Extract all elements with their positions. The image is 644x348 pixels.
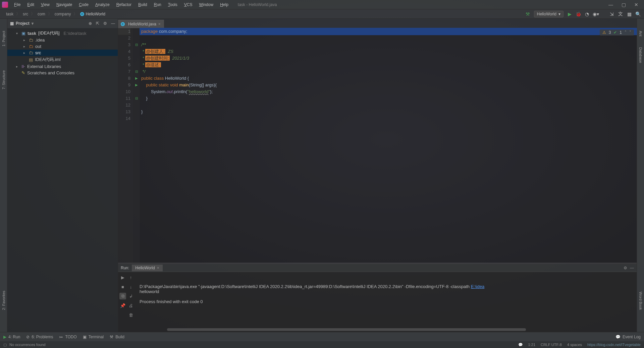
code-line-4[interactable]: * @创建人: ZS xyxy=(140,48,637,55)
tab-problems[interactable]: ⊘6: Problems xyxy=(26,335,53,339)
menu-analyze[interactable]: Analyze xyxy=(93,1,112,8)
coverage-icon[interactable]: ◔ xyxy=(584,11,590,17)
tab-eventlog[interactable]: 💬Event Log xyxy=(615,335,641,339)
horizontal-scrollbar[interactable] xyxy=(167,328,526,331)
chevron-up-icon[interactable]: ˄ xyxy=(625,30,627,35)
menu-refactor[interactable]: Refactor xyxy=(114,1,134,8)
code-line-1[interactable]: package com.company; xyxy=(140,28,637,35)
crumb-com[interactable]: com xyxy=(35,11,48,17)
code-line-13[interactable]: } xyxy=(140,109,637,115)
code-line-14[interactable] xyxy=(140,115,637,122)
debug-icon[interactable]: 🐞 xyxy=(576,11,581,17)
crumb-task[interactable]: task xyxy=(3,11,16,17)
menu-code[interactable]: Code xyxy=(76,1,91,8)
menu-vcs[interactable]: VCS xyxy=(181,1,195,8)
code-line-9[interactable]: public static void main(String[] args){ xyxy=(140,82,637,88)
tab-run[interactable]: ▶4: Run xyxy=(3,335,20,339)
tree-item-out[interactable]: ▸🗀 out xyxy=(7,43,118,50)
cursor-pos[interactable]: 1:21 xyxy=(528,343,535,347)
tab-project[interactable]: 1: Project xyxy=(1,29,6,48)
tree-item--idea[interactable]: ▸🗀 .idea xyxy=(7,37,118,43)
search-icon[interactable]: 🔍 xyxy=(635,11,641,17)
menu-window[interactable]: Window xyxy=(196,1,216,8)
menu-build[interactable]: Build xyxy=(136,1,150,8)
status-icon[interactable]: ▢ xyxy=(3,343,7,347)
tab-database[interactable]: Database xyxy=(638,45,643,65)
tab-helloworld[interactable]: C HelloWorld.java × xyxy=(118,20,164,28)
tree-root[interactable]: ▾▣ task [IDEA代码]E:\idea\task xyxy=(7,29,118,37)
profiler-icon[interactable]: ◉▾ xyxy=(593,11,598,17)
tab-favorites[interactable]: 2: Favorites xyxy=(1,289,6,312)
code-line-10[interactable]: System.out.println("helloworld"); xyxy=(140,88,637,95)
code-line-7[interactable]: */ xyxy=(140,68,637,75)
up-icon[interactable]: ↑ xyxy=(127,274,134,281)
run-icon[interactable]: ▶ xyxy=(567,11,572,17)
menu-view[interactable]: View xyxy=(38,1,52,8)
tree-scratches[interactable]: ✎ Scratches and Consoles xyxy=(7,70,118,76)
pin-icon[interactable]: 📌 xyxy=(119,302,126,309)
code-line-11[interactable]: } xyxy=(140,95,637,102)
code-line-6[interactable]: * @描述: xyxy=(140,62,637,68)
chat-icon[interactable]: 💬 xyxy=(518,343,523,347)
collapse-icon[interactable]: ⇱ xyxy=(96,21,99,26)
console-output[interactable]: D:\Package\Java\bin\java.exe "-javaagent… xyxy=(137,272,637,332)
crumb-company[interactable]: company xyxy=(52,11,74,17)
settings-icon[interactable]: ⚙ xyxy=(103,21,107,26)
crumb-src[interactable]: src xyxy=(20,11,31,17)
close-tab-icon[interactable]: × xyxy=(158,22,161,26)
tab-structure[interactable]: 7: Structure xyxy=(1,68,6,91)
inspection-summary[interactable]: ⚠ 3 ✔ 1 ˄ ˅ xyxy=(600,29,634,36)
code-line-8[interactable]: public class HelloWorld { xyxy=(140,75,637,82)
stop-icon[interactable]: ■ xyxy=(119,283,126,290)
close-icon[interactable]: ✕ xyxy=(634,2,639,7)
tree-external-libraries[interactable]: ▸⊪ External Libraries xyxy=(7,63,118,70)
crumb-helloworld[interactable]: CHelloWorld xyxy=(77,11,108,17)
hammer-icon[interactable]: ⚒ xyxy=(525,11,531,17)
tree-item-src[interactable]: ▸🗀 src xyxy=(7,50,118,56)
window-title: task - HelloWorld.java xyxy=(238,2,277,7)
console-line xyxy=(140,294,634,299)
run-config-dropdown[interactable]: HelloWorld ▾ xyxy=(534,11,564,17)
tab-build[interactable]: ⚒Build xyxy=(110,335,124,339)
tab-ant[interactable]: Ant xyxy=(638,29,643,39)
layout-icon[interactable]: ⧉ xyxy=(119,293,126,299)
chevron-down-icon[interactable]: ▾ xyxy=(32,21,34,26)
run-tab[interactable]: HelloWorld × xyxy=(132,265,162,271)
menu-file[interactable]: File xyxy=(11,1,23,8)
down-icon[interactable]: ↓ xyxy=(127,283,134,290)
menu-run[interactable]: Run xyxy=(151,1,164,8)
close-icon[interactable]: × xyxy=(157,266,159,270)
code-line-5[interactable]: * @创建时间: 2021/1/3 xyxy=(140,55,637,62)
menu-tools[interactable]: Tools xyxy=(165,1,180,8)
encoding[interactable]: CRLF UTF-8 xyxy=(541,343,562,347)
menu-navigate[interactable]: Navigate xyxy=(54,1,75,8)
git-update-icon[interactable]: ⇲ xyxy=(609,11,614,17)
hide-icon[interactable]: — xyxy=(111,21,115,26)
layout-icon[interactable]: ▦ xyxy=(627,11,632,17)
minimize-icon[interactable]: — xyxy=(608,2,613,7)
tab-todo[interactable]: ≔TODO xyxy=(59,335,76,339)
rerun-icon[interactable]: ▶ xyxy=(119,274,126,281)
chevron-down-icon[interactable]: ˅ xyxy=(629,30,631,35)
run-tools: ▶ ■ ⧉ 📌 ↑ ↓ ↲ 🖨 🗑 xyxy=(118,272,137,332)
trash-icon[interactable]: 🗑 xyxy=(127,311,134,318)
code-line-12[interactable] xyxy=(140,102,637,109)
tab-terminal[interactable]: ▣Terminal xyxy=(83,335,104,339)
code-body[interactable]: package com.company;/** * @创建人: ZS * @创建… xyxy=(140,28,637,263)
wrap-icon[interactable]: ↲ xyxy=(127,293,134,299)
maximize-icon[interactable]: ▢ xyxy=(621,2,626,7)
menu-help[interactable]: Help xyxy=(217,1,231,8)
warning-count: 3 xyxy=(609,30,611,35)
code-line-3[interactable]: /** xyxy=(140,42,637,48)
code-line-2[interactable] xyxy=(140,35,637,42)
hide-icon[interactable]: — xyxy=(630,266,634,270)
translate-icon[interactable]: 文 xyxy=(618,11,623,17)
code-editor[interactable]: 1234567891011121314 ⊟⊟▶▶⊟ package com.co… xyxy=(118,28,637,263)
settings-icon[interactable]: ⚙ xyxy=(624,266,627,270)
indent[interactable]: 4 spaces xyxy=(567,343,582,347)
print-icon[interactable]: 🖨 xyxy=(127,302,134,309)
locate-icon[interactable]: ⊕ xyxy=(89,21,92,26)
menu-edit[interactable]: Edit xyxy=(24,1,37,8)
tab-wordbook[interactable]: Word Book xyxy=(638,290,643,312)
tree-item-IDEA-iml[interactable]: ▤ IDEA代码.iml xyxy=(7,56,118,63)
